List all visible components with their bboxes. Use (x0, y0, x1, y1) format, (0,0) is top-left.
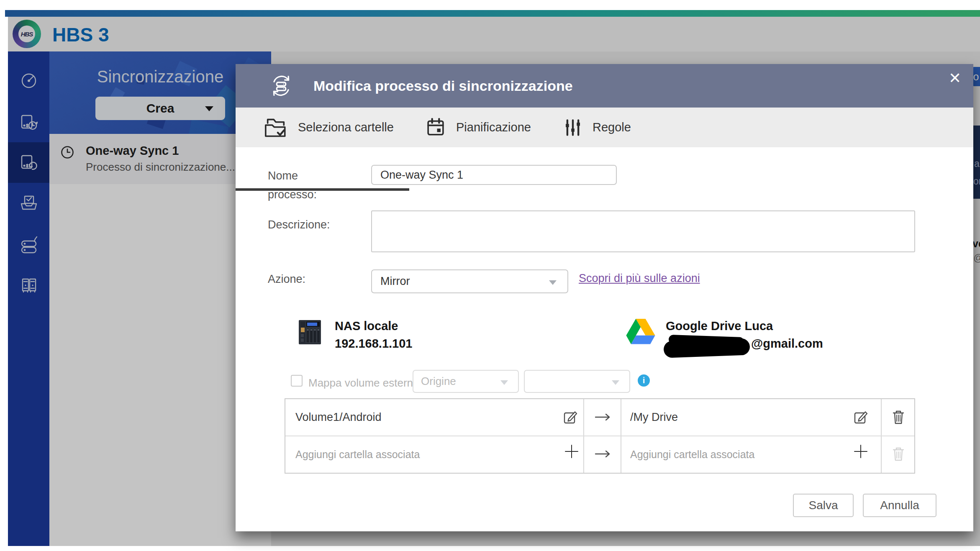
add-source-folder-placeholder: Aggiungi cartella associata (295, 448, 420, 461)
chevron-down-icon (612, 380, 619, 385)
edit-destination-folder-icon[interactable] (853, 410, 868, 426)
cancel-button[interactable]: Annulla (863, 494, 936, 517)
action-label: Azione: (268, 270, 305, 289)
tab-schedule[interactable]: Pianificazione (425, 108, 531, 147)
map-volume-target-select (524, 370, 630, 393)
dialog-header: Modifica processo di sincronizzazione ✕ (236, 64, 973, 108)
arrow-right-icon (594, 449, 611, 460)
action-select-value: Mirror (380, 275, 410, 288)
calendar-icon (425, 117, 446, 138)
add-source-folder-icon[interactable] (564, 444, 579, 461)
job-name-input[interactable]: One-way Sync 1 (371, 165, 617, 185)
action-select[interactable]: Mirror (371, 269, 568, 293)
redaction-scribble (663, 338, 750, 358)
add-destination-folder-icon[interactable] (853, 444, 868, 461)
source-folder-path: Volume1/Android (295, 411, 382, 424)
name-label: Nome processo: (268, 167, 339, 204)
source-endpoint: NAS locale 192.168.1.101 (335, 317, 412, 352)
dialog-tabbar: Seleziona cartelle Pianificazione Regole (236, 108, 973, 147)
source-address: 192.168.1.101 (335, 335, 412, 352)
map-volume-source-value: Origine (421, 375, 456, 388)
chevron-down-icon (500, 380, 508, 385)
screen: HBS HBS 3 (0, 0, 980, 551)
save-button[interactable]: Salva (793, 494, 854, 517)
google-drive-icon (626, 319, 655, 345)
edit-sync-job-dialog: Modifica processo di sincronizzazione ✕ … (236, 64, 973, 531)
chevron-down-icon (549, 280, 557, 285)
tab-rules[interactable]: Regole (563, 108, 631, 147)
edit-source-folder-icon[interactable] (563, 410, 578, 426)
folder-check-icon (264, 117, 288, 138)
arrow-right-icon (594, 413, 611, 423)
tab-label: Regole (593, 120, 631, 134)
tab-select-folders[interactable]: Seleziona cartelle (264, 108, 394, 147)
map-volume-checkbox[interactable] (291, 375, 303, 387)
source-name: NAS locale (335, 317, 412, 335)
dialog-title: Modifica processo di sincronizzazione (313, 78, 573, 94)
close-icon[interactable]: ✕ (945, 68, 965, 88)
nas-device-icon (297, 319, 323, 345)
description-textarea[interactable] (371, 210, 915, 252)
description-label: Descrizione: (268, 215, 330, 234)
tab-label: Seleziona cartelle (298, 120, 394, 134)
add-destination-folder-placeholder: Aggiungi cartella associata (630, 448, 754, 461)
destination-name: Google Drive Luca (666, 317, 823, 335)
folder-pair-table: Volume1/Android /My Drive Aggiungi carte… (285, 398, 915, 474)
destination-folder-path: /My Drive (630, 411, 678, 424)
info-icon[interactable]: i (638, 374, 650, 387)
delete-row-icon[interactable] (891, 409, 906, 427)
map-volume-source-select: Origine (413, 370, 519, 393)
delete-row-icon-disabled (891, 446, 906, 464)
divider (285, 436, 914, 436)
tab-label: Pianificazione (456, 120, 531, 134)
sync-job-icon (269, 73, 294, 98)
actions-help-link[interactable]: Scopri di più sulle azioni (579, 272, 700, 285)
top-gradient-bar (5, 10, 980, 17)
map-volume-label: Mappa volume esterno (308, 377, 419, 390)
sliders-icon (563, 117, 582, 138)
